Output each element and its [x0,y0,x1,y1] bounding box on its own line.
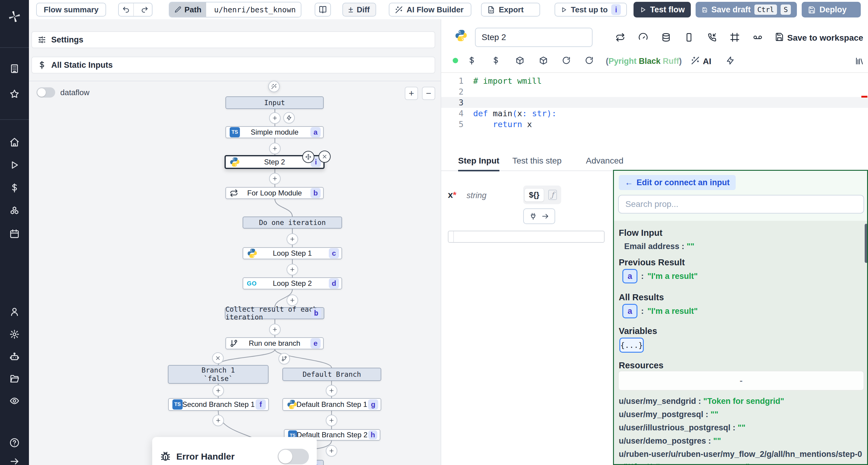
function-mode-button[interactable]: ƒ [545,190,560,200]
add-step-button[interactable] [326,445,337,457]
add-step-button[interactable] [213,415,224,426]
step-name-input[interactable] [475,28,592,47]
reset-icon[interactable] [585,56,594,65]
deploy-button[interactable]: Deploy [802,2,861,18]
delete-step-button[interactable] [318,151,331,163]
resource-row[interactable]: u/ruben-user/u/ruben-user/my_flow_2/g/al… [619,448,864,465]
library-icon[interactable] [855,57,864,66]
sidebar-item-audit[interactable] [0,392,29,410]
node-default-branch[interactable]: Default Branch [282,368,381,381]
variables-icon[interactable] [467,56,476,65]
resource-row[interactable]: u/user/illustrious_postgresql : "" [619,421,864,434]
path-input[interactable] [210,2,301,17]
suspend-icon[interactable] [684,33,694,42]
add-branch-button[interactable] [278,353,290,364]
template-mode-button[interactable]: ${} [524,188,544,202]
flow-summary-button[interactable]: Flow summary [36,3,106,16]
undo-button[interactable] [119,3,134,16]
edit-or-connect-button[interactable]: ← Edit or connect an input [619,175,736,190]
move-step-handle[interactable] [302,151,314,163]
code-editor[interactable]: 1# import wmill234def main(x: str):5 ret… [441,72,868,153]
tab-test-this-step[interactable]: Test this step [513,152,561,170]
remove-branch-button[interactable] [212,352,224,364]
reload-icon[interactable] [562,56,571,65]
path-segment[interactable]: Path [169,2,206,17]
trigger-button[interactable] [283,112,295,124]
add-step-button[interactable] [326,385,337,396]
sidebar-item-settings[interactable] [0,325,29,343]
node-do-one-iteration[interactable]: Do one iteration [243,217,342,229]
node-second-branch-step-1[interactable]: TS Second Branch Step 1 f [168,398,269,411]
resource-row[interactable]: u/user/demo_postgres : "" [619,435,864,447]
mock-icon[interactable] [730,33,740,42]
test-up-to-button[interactable]: Test up toi [555,3,627,16]
retries-icon[interactable] [615,33,625,42]
node-simple-module[interactable]: TS Simple module a [225,126,324,138]
add-step-button[interactable] [269,143,281,154]
sidebar-collapse[interactable] [0,452,29,465]
sidebar-item-workspace[interactable] [0,60,29,78]
cache-icon[interactable] [661,33,671,42]
ai-flow-builder-button[interactable]: AI Flow Builder [389,3,471,16]
code-line[interactable]: 4def main(x: str): [441,108,868,119]
flow-input-row[interactable]: Email address : "" [624,242,694,251]
sidebar-item-resources[interactable] [0,202,29,220]
early-stop-icon[interactable] [753,33,763,42]
tab-step-input[interactable]: Step Input [458,152,499,171]
variables-badge[interactable]: {...} [619,338,644,353]
arrow-right-icon[interactable] [541,212,549,220]
error-handler-toggle[interactable] [278,449,309,464]
node-branch-1[interactable]: Branch 1 `false` [168,365,269,384]
sidebar-item-runs[interactable] [0,156,29,174]
node-loop-step-1[interactable]: Loop Step 1 c [243,247,342,259]
resource-row[interactable]: u/user/my_sendgrid : "Token for sendgrid… [619,395,864,407]
ai-suggest-button[interactable] [268,81,280,92]
node-for-loop-module[interactable]: For Loop Module b [225,187,324,199]
code-line[interactable]: 1# import wmill [441,75,868,86]
sleep-icon[interactable] [707,33,717,42]
code-line[interactable]: 3 [441,97,868,108]
add-step-button[interactable] [269,173,281,184]
scrollbar-thumb[interactable] [865,224,868,263]
node-loop-step-2[interactable]: GO Loop Step 2 d [243,277,342,290]
add-step-button[interactable] [287,233,298,245]
result-badge[interactable]: a [622,269,638,284]
package-icon[interactable] [516,56,524,65]
tab-advanced[interactable]: Advanced [586,152,624,170]
add-step-button[interactable] [213,385,224,396]
ai-wand-icon[interactable] [691,56,700,65]
save-to-workspace-button[interactable]: Save to workspace [787,33,863,43]
search-prop-input[interactable] [618,195,864,213]
add-step-button[interactable] [287,264,298,275]
sidebar-item-user[interactable] [0,303,29,321]
add-step-button[interactable] [269,324,281,335]
node-run-one-branch[interactable]: Run one branch e [225,337,324,350]
node-input[interactable]: Input [225,96,324,109]
resource-row[interactable]: u/user/my_postgresql : "" [619,408,864,421]
concurrency-icon[interactable] [638,33,648,42]
ai-button[interactable]: AI [703,57,711,66]
node-default-branch-step-1[interactable]: Default Branch Step 1 g [282,398,381,411]
all-results-row[interactable]: a : "I'm a result" [622,304,698,318]
plug-icon[interactable] [529,212,537,220]
sidebar-item-workers[interactable] [0,348,29,366]
diff-button[interactable]: ±Diff [342,3,376,16]
zap-icon[interactable] [726,56,735,65]
add-step-button[interactable] [269,112,281,124]
sidebar-item-schedules[interactable] [0,225,29,243]
sidebar-item-help[interactable] [0,434,29,452]
resources-icon[interactable] [491,56,500,65]
sidebar-item-favorites[interactable] [0,85,29,103]
docs-button[interactable] [315,3,331,16]
redo-button[interactable] [137,3,152,16]
previous-result-row[interactable]: a : "I'm a result" [622,269,698,284]
node-collect-result[interactable]: Collect result of each iteration b [225,307,324,319]
export-button[interactable]: Export [481,3,540,16]
test-flow-button[interactable]: Test flow [633,2,691,18]
sidebar-item-variables[interactable] [0,179,29,197]
code-line[interactable]: 5 return x [441,119,868,130]
package-icon[interactable] [539,56,548,65]
save-draft-button[interactable]: Save draftCtrlS [695,2,797,18]
arg-value-input[interactable] [448,231,604,243]
add-step-button[interactable] [326,415,337,426]
